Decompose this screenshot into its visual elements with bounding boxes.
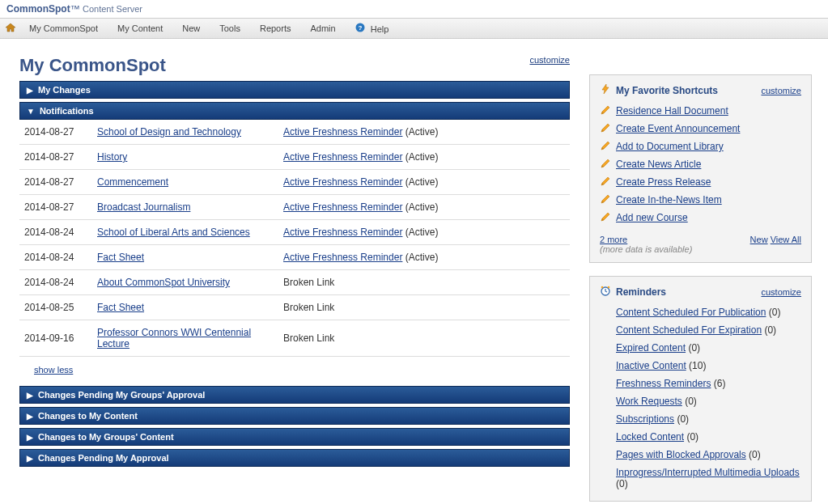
reminder-link[interactable]: Inactive Content — [616, 360, 686, 371]
arrow-right-icon: ▶ — [27, 391, 33, 400]
reminder-count: (0) — [686, 342, 700, 354]
shortcut-link[interactable]: Residence Hall Document — [616, 105, 728, 116]
shortcut-link[interactable]: Create Press Release — [616, 176, 711, 188]
table-row: 2014-08-27CommencementActive Freshness R… — [19, 170, 570, 195]
arrow-right-icon: ▶ — [27, 86, 33, 95]
notif-page-link[interactable]: School of Design and Technology — [97, 126, 241, 138]
shortcut-link[interactable]: Add to Document Library — [616, 141, 724, 152]
shortcuts-customize-link[interactable]: customize — [761, 86, 801, 95]
notif-page-link[interactable]: Commencement — [97, 176, 168, 188]
notif-type-link[interactable]: Active Freshness Reminder — [283, 201, 402, 213]
shortcut-link[interactable]: Create Event Announcement — [616, 123, 740, 134]
section-notifications[interactable]: ▼ Notifications — [19, 102, 570, 120]
list-item: Inprogress/Interrupted Multimedia Upload… — [600, 464, 801, 493]
reminder-link[interactable]: Work Requests — [616, 396, 682, 407]
pencil-icon — [600, 104, 611, 118]
reminder-link[interactable]: Content Scheduled For Publication — [616, 307, 766, 318]
list-item: Freshness Reminders (6) — [600, 375, 801, 392]
table-row: 2014-08-27Broadcast JournalismActive Fre… — [19, 195, 570, 220]
svg-point-3 — [601, 286, 604, 289]
list-item: Locked Content (0) — [600, 428, 801, 446]
menu-my-commonspot[interactable]: My CommonSpot — [19, 23, 108, 33]
section-changes-to-my-content[interactable]: ▶ Changes to My Content — [19, 407, 570, 425]
shortcut-link[interactable]: Create In-the-News Item — [616, 194, 722, 205]
notif-page-link[interactable]: School of Liberal Arts and Sciences — [97, 227, 250, 238]
shortcuts-more-link[interactable]: 2 more — [600, 235, 627, 244]
reminder-count: (0) — [682, 396, 697, 407]
shortcuts-new-link[interactable]: New — [750, 235, 768, 244]
section-changes-pending-my-approval[interactable]: ▶ Changes Pending My Approval — [19, 449, 570, 467]
section-changes-pending-groups-approval[interactable]: ▶ Changes Pending My Groups' Approval — [19, 386, 570, 404]
notif-page-link[interactable]: About CommonSpot University — [97, 277, 230, 288]
menu-help[interactable]: ? Help — [346, 23, 399, 34]
home-icon[interactable] — [5, 23, 16, 34]
pencil-icon — [600, 140, 611, 154]
reminders-title: Reminders — [600, 285, 666, 299]
reminder-count: (6) — [711, 378, 725, 389]
brand-suffix: Content Server — [83, 4, 142, 14]
notif-date: 2014-08-27 — [19, 170, 92, 195]
arrow-right-icon: ▶ — [27, 412, 33, 421]
notif-status-suffix: (Active) — [402, 176, 438, 188]
shortcut-link[interactable]: Create News Article — [616, 159, 701, 170]
pencil-icon — [600, 211, 611, 225]
menubar: My CommonSpot My Content New Tools Repor… — [0, 18, 828, 39]
menu-tools[interactable]: Tools — [210, 23, 250, 33]
menu-my-content[interactable]: My Content — [108, 23, 172, 33]
notif-page-link[interactable]: Fact Sheet — [97, 302, 144, 313]
list-item: Add new Course — [600, 209, 801, 227]
notif-type-link[interactable]: Active Freshness Reminder — [283, 227, 402, 238]
section-my-changes[interactable]: ▶ My Changes — [19, 81, 570, 99]
menu-reports[interactable]: Reports — [250, 23, 301, 33]
list-item: Content Scheduled For Publication (0) — [600, 303, 801, 321]
reminder-link[interactable]: Locked Content — [616, 431, 684, 443]
menu-new[interactable]: New — [172, 23, 210, 33]
table-row: 2014-08-27HistoryActive Freshness Remind… — [19, 145, 570, 170]
reminder-count: (0) — [746, 449, 761, 460]
brand: CommonSpot™ Content Server — [6, 3, 142, 15]
page-title: My CommonSpot — [19, 55, 570, 76]
reminder-link[interactable]: Subscriptions — [616, 413, 674, 425]
arrow-right-icon: ▶ — [27, 433, 33, 442]
notif-type-link[interactable]: Active Freshness Reminder — [283, 176, 402, 188]
notif-type: Active Freshness Reminder (Active) — [278, 145, 570, 170]
notif-type: Broken Link — [278, 270, 570, 295]
list-item: Subscriptions (0) — [600, 410, 801, 428]
table-row: 2014-08-24About CommonSpot UniversityBro… — [19, 270, 570, 295]
reminders-customize-link[interactable]: customize — [761, 287, 801, 297]
notif-type-link[interactable]: Active Freshness Reminder — [283, 151, 402, 163]
notif-page-link[interactable]: Broadcast Journalism — [97, 201, 190, 213]
reminder-link[interactable]: Freshness Reminders — [616, 378, 711, 389]
shortcuts-panel: My Favorite Shortcuts customize Residenc… — [589, 74, 812, 263]
reminder-link[interactable]: Content Scheduled For Expiration — [616, 324, 762, 336]
notif-type-link[interactable]: Active Freshness Reminder — [283, 252, 402, 263]
arrow-down-icon: ▼ — [27, 107, 35, 116]
reminders-panel: Reminders customize Content Scheduled Fo… — [589, 276, 812, 502]
table-row: 2014-08-25Fact SheetBroken Link — [19, 295, 570, 320]
notif-page-link[interactable]: Fact Sheet — [97, 252, 144, 263]
notif-page-link[interactable]: History — [97, 151, 127, 163]
reminder-link[interactable]: Inprogress/Interrupted Multimedia Upload… — [616, 467, 800, 478]
show-less-link[interactable]: show less — [34, 365, 73, 375]
shortcuts-viewall-link[interactable]: View All — [771, 235, 801, 244]
page-customize-link[interactable]: customize — [529, 55, 570, 65]
menu-admin[interactable]: Admin — [300, 23, 345, 33]
table-row: 2014-08-27School of Design and Technolog… — [19, 120, 570, 145]
notif-date: 2014-08-24 — [19, 270, 92, 295]
reminder-link[interactable]: Pages with Blocked Approvals — [616, 449, 746, 460]
shortcut-link[interactable]: Add new Course — [616, 212, 688, 223]
notif-type-link[interactable]: Active Freshness Reminder — [283, 126, 402, 138]
reminder-list: Content Scheduled For Publication (0)Con… — [600, 303, 801, 493]
notif-date: 2014-08-24 — [19, 220, 92, 245]
notif-page-link[interactable]: Professor Connors WWI Centennial Lecture — [97, 327, 251, 349]
table-row: 2014-09-16Professor Connors WWI Centenni… — [19, 320, 570, 357]
notif-type: Active Freshness Reminder (Active) — [278, 245, 570, 270]
reminder-link[interactable]: Expired Content — [616, 342, 686, 354]
table-row: 2014-08-24Fact SheetActive Freshness Rem… — [19, 245, 570, 270]
notif-date: 2014-08-27 — [19, 120, 92, 145]
notif-date: 2014-08-27 — [19, 145, 92, 170]
bolt-icon — [600, 83, 611, 97]
notif-status-suffix: (Active) — [402, 201, 438, 213]
reminder-count: (0) — [674, 413, 689, 425]
section-changes-to-groups-content[interactable]: ▶ Changes to My Groups' Content — [19, 428, 570, 446]
